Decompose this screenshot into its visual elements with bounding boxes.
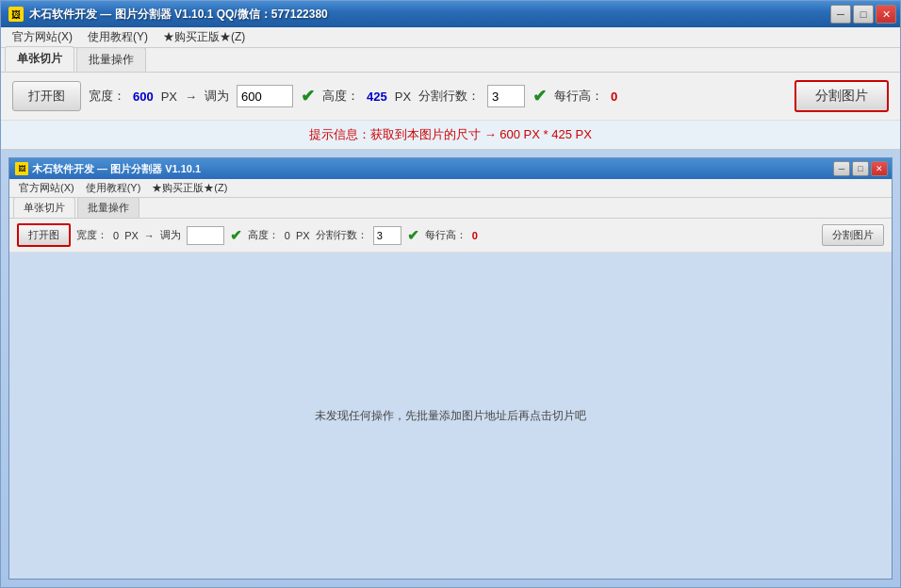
inner-window-wrapper: 🖼 木石软件开发 — 图片分割器 V1.10.1 ─ □ ✕ 官方网站(X) 使…	[1, 150, 900, 587]
outer-width-value: 600	[133, 90, 154, 104]
inner-width-unit: PX	[124, 230, 139, 241]
inner-tab-0[interactable]: 单张切片	[13, 197, 75, 218]
outer-title-text: 木石软件开发 — 图片分割器 V1.10.1 QQ/微信：577122380	[29, 7, 328, 23]
outer-menu-item-1[interactable]: 使用教程(Y)	[80, 27, 156, 47]
inner-adjust-input[interactable]	[187, 226, 224, 245]
outer-menu-item-2[interactable]: ★购买正版★(Z)	[156, 27, 253, 47]
inner-window: 🖼 木石软件开发 — 图片分割器 V1.10.1 ─ □ ✕ 官方网站(X) 使…	[8, 157, 893, 580]
outer-window: 🖼 木石软件开发 — 图片分割器 V1.10.1 QQ/微信：577122380…	[0, 0, 901, 588]
inner-height-value: 0	[285, 230, 290, 241]
outer-per-row-value: 0	[611, 90, 617, 104]
outer-open-btn[interactable]: 打开图	[12, 81, 81, 111]
outer-height-label: 高度：	[322, 88, 359, 105]
inner-arrow: →	[144, 230, 155, 241]
outer-tab-1[interactable]: 批量操作	[76, 47, 146, 72]
outer-width-label: 宽度：	[89, 88, 125, 105]
inner-tab-1[interactable]: 批量操作	[77, 197, 139, 218]
outer-status-text: 提示信息：获取到本图片的尺寸 → 600 PX * 425 PX	[309, 127, 592, 141]
outer-adjust-input[interactable]	[237, 85, 293, 107]
outer-status-bar: 提示信息：获取到本图片的尺寸 → 600 PX * 425 PX	[1, 121, 900, 150]
outer-split-rows-input[interactable]	[487, 85, 525, 107]
outer-adjust-label: 调为	[205, 88, 229, 105]
outer-close-btn[interactable]: ✕	[876, 5, 896, 24]
inner-height-unit: PX	[296, 230, 310, 241]
inner-split-rows-input[interactable]	[373, 226, 401, 245]
inner-close-btn[interactable]: ✕	[871, 161, 888, 176]
inner-menu-bar: 官方网站(X) 使用教程(Y) ★购买正版★(Z)	[9, 179, 892, 198]
outer-check-2: ✔	[532, 86, 547, 106]
inner-title-text: 木石软件开发 — 图片分割器 V1.10.1	[32, 162, 201, 176]
inner-adjust-label: 调为	[160, 228, 181, 242]
outer-check-1: ✔	[301, 86, 315, 106]
inner-menu-item-2[interactable]: ★购买正版★(Z)	[146, 179, 233, 197]
inner-check-1: ✔	[230, 227, 242, 244]
outer-tab-0[interactable]: 单张切片	[5, 46, 74, 72]
inner-menu-item-1[interactable]: 使用教程(Y)	[80, 179, 147, 197]
inner-split-btn[interactable]: 分割图片	[822, 224, 884, 246]
outer-menu-item-0[interactable]: 官方网站(X)	[5, 27, 80, 47]
outer-split-rows-label: 分割行数：	[418, 88, 480, 105]
outer-height-unit: PX	[395, 90, 411, 104]
outer-restore-btn[interactable]: □	[853, 5, 874, 24]
inner-split-rows-label: 分割行数：	[316, 228, 368, 242]
outer-title-bar: 🖼 木石软件开发 — 图片分割器 V1.10.1 QQ/微信：577122380…	[1, 1, 900, 27]
outer-title-left: 🖼 木石软件开发 — 图片分割器 V1.10.1 QQ/微信：577122380	[8, 7, 328, 23]
outer-minimize-btn[interactable]: ─	[830, 5, 851, 24]
outer-app-icon: 🖼	[8, 7, 24, 22]
inner-restore-btn[interactable]: □	[852, 161, 869, 176]
inner-content-message: 未发现任何操作，先批量添加图片地址后再点击切片吧	[315, 408, 586, 424]
outer-menu-bar: 官方网站(X) 使用教程(Y) ★购买正版★(Z)	[1, 27, 900, 48]
inner-minimize-btn[interactable]: ─	[833, 161, 850, 176]
outer-height-value: 425	[367, 90, 387, 104]
outer-arrow: →	[185, 90, 197, 104]
inner-title-bar: 🖼 木石软件开发 — 图片分割器 V1.10.1 ─ □ ✕	[9, 158, 892, 179]
inner-per-row-label: 每行高：	[425, 228, 467, 242]
inner-open-btn[interactable]: 打开图	[17, 223, 71, 247]
inner-content: 未发现任何操作，先批量添加图片地址后再点击切片吧	[9, 253, 892, 579]
outer-title-buttons: ─ □ ✕	[830, 5, 896, 24]
inner-width-label: 宽度：	[76, 228, 107, 242]
inner-per-row-value: 0	[472, 230, 478, 241]
outer-width-unit: PX	[161, 90, 177, 104]
inner-check-2: ✔	[407, 227, 419, 244]
inner-width-value: 0	[113, 230, 119, 241]
inner-menu-item-0[interactable]: 官方网站(X)	[13, 179, 80, 197]
inner-tab-bar: 单张切片 批量操作	[9, 198, 892, 219]
outer-tab-bar: 单张切片 批量操作	[1, 48, 900, 73]
inner-title-left: 🖼 木石软件开发 — 图片分割器 V1.10.1	[15, 162, 201, 176]
outer-per-row-label: 每行高：	[554, 88, 603, 105]
inner-toolbar: 打开图 宽度： 0 PX → 调为 ✔ 高度： 0 PX 分割行数： ✔ 每行高…	[9, 219, 892, 253]
outer-toolbar: 打开图 宽度： 600 PX → 调为 ✔ 高度： 425 PX 分割行数： ✔…	[1, 73, 900, 121]
inner-app-icon: 🖼	[15, 162, 28, 175]
inner-height-label: 高度：	[248, 228, 279, 242]
inner-title-buttons: ─ □ ✕	[833, 161, 888, 176]
outer-split-btn[interactable]: 分割图片	[795, 80, 889, 112]
